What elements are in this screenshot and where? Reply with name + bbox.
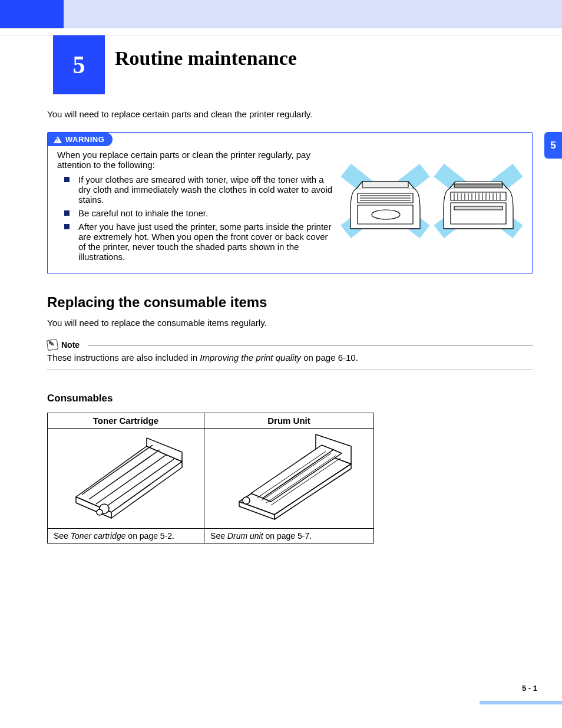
- table-image-row: [48, 429, 374, 529]
- note-text-em: Improving the print quality: [200, 353, 301, 363]
- note-rule-top: [88, 345, 533, 346]
- table-header-row: Toner Cartridge Drum Unit: [48, 413, 374, 429]
- see-pre: See: [210, 531, 227, 541]
- warning-label: WARNING: [65, 135, 104, 144]
- side-thumb-tab-label: 5: [550, 140, 556, 151]
- warning-bullet-3: After you have just used the printer, so…: [70, 222, 333, 262]
- section-heading: Replacing the consumable items: [47, 294, 533, 311]
- chapter-row: 5 Routine maintenance: [0, 35, 562, 94]
- warning-triangle-icon: [54, 136, 62, 143]
- chapter-number-block: 5: [53, 35, 105, 94]
- warning-text: When you replace certain parts or clean …: [57, 150, 333, 265]
- warning-box: WARNING When you replace certain parts o…: [47, 132, 533, 274]
- warning-tab: WARNING: [48, 133, 113, 146]
- consumables-heading: Consumables: [47, 393, 533, 404]
- printer-front-drawing: [341, 166, 429, 236]
- svg-point-36: [97, 509, 103, 515]
- see-em: Drum unit: [227, 531, 263, 541]
- warning-bullet-1: If your clothes are smeared with toner, …: [70, 174, 333, 205]
- warning-illustrations: [341, 150, 523, 236]
- page-number: 5 - 1: [522, 684, 537, 693]
- header-band: [64, 0, 562, 28]
- see-post: on page 5-7.: [263, 531, 312, 541]
- note-text-post: on page 6-10.: [301, 353, 358, 363]
- chapter-title: Routine maintenance: [115, 47, 297, 70]
- svg-rect-24: [451, 203, 506, 224]
- note-rule-bottom: [47, 370, 533, 370]
- svg-rect-25: [454, 206, 503, 210]
- drum-unit-illustration: [216, 433, 363, 522]
- toner-see-cell: See Toner cartridge on page 5-2.: [48, 529, 204, 543]
- warning-body: When you replace certain parts or clean …: [48, 146, 532, 274]
- col-header-toner: Toner Cartridge: [48, 413, 204, 429]
- note-text: These instructions are also included in …: [47, 353, 533, 363]
- side-thumb-tab: 5: [544, 132, 562, 159]
- note-block: Note These instructions are also include…: [47, 340, 533, 370]
- intro-text: You will need to replace certain parts a…: [47, 109, 533, 119]
- note-label: Note: [61, 340, 80, 350]
- note-head: Note: [47, 340, 533, 350]
- svg-point-45: [243, 497, 250, 504]
- bottom-accent-bar: [480, 701, 562, 704]
- consumables-table: Toner Cartridge Drum Unit: [47, 413, 374, 543]
- drum-image-cell: [204, 429, 374, 529]
- see-em: Toner cartridge: [71, 531, 126, 541]
- svg-rect-9: [451, 192, 506, 200]
- printer-back-illustration: [434, 166, 523, 236]
- header-accent-block: [0, 0, 64, 28]
- toner-cartridge-illustration: [58, 433, 194, 522]
- drum-see-cell: See Drum unit on page 5-7.: [204, 529, 374, 543]
- warning-bullet-list: If your clothes are smeared with toner, …: [57, 174, 333, 262]
- svg-point-6: [372, 210, 400, 219]
- section-intro: You will need to replace the consumable …: [47, 318, 533, 328]
- chapter-number: 5: [73, 51, 85, 79]
- note-pencil-icon: [47, 339, 58, 351]
- toner-image-cell: [48, 429, 204, 529]
- svg-rect-0: [362, 182, 408, 187]
- see-post: on page 5-2.: [125, 531, 174, 541]
- warning-bullet-2: Be careful not to inhale the toner.: [70, 208, 333, 218]
- printer-front-illustration: [341, 166, 429, 236]
- printer-back-drawing: [434, 166, 523, 236]
- col-header-drum: Drum Unit: [204, 413, 374, 429]
- svg-rect-8: [454, 184, 503, 187]
- content-area: You will need to replace certain parts a…: [0, 94, 562, 543]
- note-text-pre: These instructions are also included in: [47, 353, 200, 363]
- table-see-row: See Toner cartridge on page 5-2. See Dru…: [48, 529, 374, 543]
- see-pre: See: [54, 531, 71, 541]
- warning-preamble: When you replace certain parts or clean …: [57, 150, 333, 170]
- page-header: [0, 0, 562, 35]
